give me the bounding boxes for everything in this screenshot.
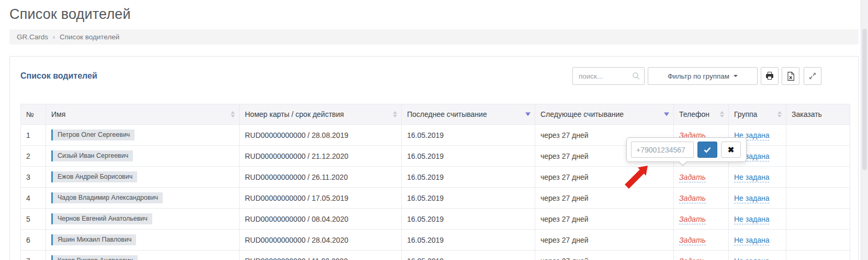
group-set-link[interactable]: Не задана bbox=[734, 215, 769, 224]
phone-editor-popover: ✖ bbox=[626, 137, 747, 162]
breadcrumb-link-root[interactable]: GR.Cards bbox=[17, 33, 48, 41]
panel-title: Список водителей bbox=[20, 71, 97, 81]
search-box bbox=[572, 67, 645, 85]
group-set-link[interactable]: Не задана bbox=[734, 173, 769, 182]
cell-number: 5 bbox=[21, 209, 46, 230]
column-header-5[interactable]: Телефон bbox=[674, 104, 729, 125]
table-head-row: № Имя Номер карты / срок действия Послед… bbox=[21, 104, 850, 125]
driver-name-badge: Котов Виктор Андреевич bbox=[51, 255, 138, 260]
column-header-3[interactable]: Последнее считывание bbox=[402, 104, 535, 125]
column-header-2[interactable]: Номер карты / срок действия bbox=[240, 104, 402, 125]
cell-last-read: 16.05.2019 bbox=[402, 146, 535, 167]
phone-set-link[interactable]: Задать bbox=[679, 194, 706, 203]
cell-name: Петров Олег Сергеевич bbox=[46, 125, 240, 146]
cell-name: Ежов Андрей Борисович bbox=[46, 167, 240, 188]
print-button[interactable] bbox=[761, 67, 779, 85]
cell-card: RUD00000000000 / 28.04.2020 bbox=[240, 230, 402, 251]
cell-name: Котов Виктор Андреевич bbox=[46, 251, 240, 260]
cell-number: 4 bbox=[21, 188, 46, 209]
cell-card: RUD00000000000 / 17.05.2019 bbox=[240, 188, 402, 209]
cell-card: RUD00000000000 / 08.04.2020 bbox=[240, 209, 402, 230]
cell-order bbox=[786, 209, 850, 230]
group-set-link[interactable]: Не задана bbox=[734, 257, 769, 260]
scrollbar-thumb[interactable] bbox=[862, 29, 867, 170]
confirm-button[interactable] bbox=[697, 142, 717, 158]
table-row: 7 Котов Виктор Андреевич RUD00000000000 … bbox=[21, 251, 850, 260]
filter-button-label: Фильтр по группам bbox=[668, 72, 729, 80]
sort-icon bbox=[664, 113, 669, 116]
cell-number: 2 bbox=[21, 146, 46, 167]
column-header-0: № bbox=[21, 104, 46, 125]
red-arrow-annotation bbox=[621, 160, 653, 192]
cell-name: Яшин Михаил Павлович bbox=[46, 230, 240, 251]
phone-set-link[interactable]: Задать bbox=[679, 236, 706, 245]
group-set-link[interactable]: Не задана bbox=[734, 236, 769, 245]
column-header-label: Следующее считывание bbox=[540, 110, 624, 118]
table-row: 6 Яшин Михаил Павлович RUD00000000000 / … bbox=[21, 230, 850, 251]
cell-group: Не задана bbox=[729, 188, 786, 209]
cell-order bbox=[786, 230, 850, 251]
page-title: Список водителей bbox=[9, 6, 868, 23]
x-icon: ✖ bbox=[728, 145, 735, 155]
cell-last-read: 16.05.2019 bbox=[402, 230, 535, 251]
excel-export-button[interactable] bbox=[782, 67, 799, 85]
breadcrumb-separator: › bbox=[53, 34, 55, 41]
page: Список водителей GR.Cards › Список водит… bbox=[0, 0, 868, 260]
cell-card: RUD00000000000 / 21.12.2020 bbox=[240, 146, 402, 167]
cancel-button[interactable]: ✖ bbox=[721, 142, 741, 158]
cell-last-read: 16.05.2019 bbox=[402, 188, 535, 209]
magnifier-icon bbox=[632, 72, 640, 80]
cell-number: 6 bbox=[21, 230, 46, 251]
filter-by-groups-button[interactable]: Фильтр по группам bbox=[648, 67, 758, 85]
phone-input[interactable] bbox=[631, 142, 694, 158]
column-header-label: Заказать bbox=[792, 110, 822, 118]
sort-icon bbox=[525, 113, 531, 116]
column-header-7: Заказать bbox=[786, 104, 850, 125]
cell-group: Не задана bbox=[729, 251, 786, 260]
group-set-link[interactable]: Не задана bbox=[734, 194, 769, 203]
check-icon bbox=[704, 147, 711, 153]
phone-set-link[interactable]: Задать bbox=[679, 257, 706, 260]
driver-name-badge: Яшин Михаил Павлович bbox=[51, 234, 136, 245]
excel-export-icon bbox=[787, 72, 795, 81]
column-header-label: № bbox=[26, 110, 34, 118]
column-header-label: Номер карты / срок действия bbox=[245, 110, 344, 118]
scrollbar-track[interactable] bbox=[861, 0, 868, 260]
drivers-table: № Имя Номер карты / срок действия Послед… bbox=[20, 104, 850, 260]
cell-number: 1 bbox=[21, 125, 46, 146]
cell-order bbox=[786, 146, 850, 167]
breadcrumb-current: Список водителей bbox=[60, 33, 119, 41]
column-header-6[interactable]: Группа bbox=[729, 104, 786, 125]
cell-card: RUD00000000000 / 11.03.2022 bbox=[240, 251, 402, 260]
table-row: 3 Ежов Андрей Борисович RUD00000000000 /… bbox=[21, 167, 850, 188]
column-header-1[interactable]: Имя bbox=[46, 104, 240, 125]
cell-phone: Задать bbox=[674, 251, 729, 260]
cell-next-read: через 27 дней bbox=[535, 251, 674, 260]
cell-last-read: 16.05.2019 bbox=[402, 125, 535, 146]
cell-number: 3 bbox=[21, 167, 46, 188]
cell-phone: Задать bbox=[674, 230, 729, 251]
cell-last-read: 16.05.2019 bbox=[402, 209, 535, 230]
cell-next-read: через 27 дней bbox=[535, 209, 674, 230]
sort-icon bbox=[393, 111, 397, 117]
phone-set-link[interactable]: Задать bbox=[679, 215, 706, 224]
cell-next-read: через 27 дней bbox=[535, 230, 674, 251]
driver-name-badge: Петров Олег Сергеевич bbox=[51, 129, 134, 140]
sort-icon bbox=[231, 111, 235, 117]
cell-group: Не задана bbox=[729, 230, 786, 251]
driver-name-badge: Ежов Андрей Борисович bbox=[51, 171, 137, 182]
phone-set-link[interactable]: Задать bbox=[679, 173, 706, 182]
cell-number: 7 bbox=[21, 251, 46, 260]
expand-icon bbox=[808, 72, 817, 80]
column-header-label: Группа bbox=[734, 110, 757, 118]
column-header-4[interactable]: Следующее считывание bbox=[535, 104, 674, 125]
driver-name-badge: Сизый Иван Сергеевич bbox=[51, 150, 133, 161]
panel-header: Список водителей Фильтр по группам bbox=[10, 57, 858, 91]
expand-button[interactable] bbox=[804, 67, 821, 85]
cell-card: RUD00000000000 / 28.08.2019 bbox=[240, 125, 402, 146]
driver-name-badge: Чернов Евгений Анатольевич bbox=[51, 213, 152, 224]
cell-phone: Задать bbox=[674, 188, 729, 209]
table-row: 5 Чернов Евгений Анатольевич RUD00000000… bbox=[21, 209, 850, 230]
cell-phone: Задать bbox=[674, 167, 729, 188]
cell-last-read: 16.05.2019 bbox=[402, 251, 535, 260]
